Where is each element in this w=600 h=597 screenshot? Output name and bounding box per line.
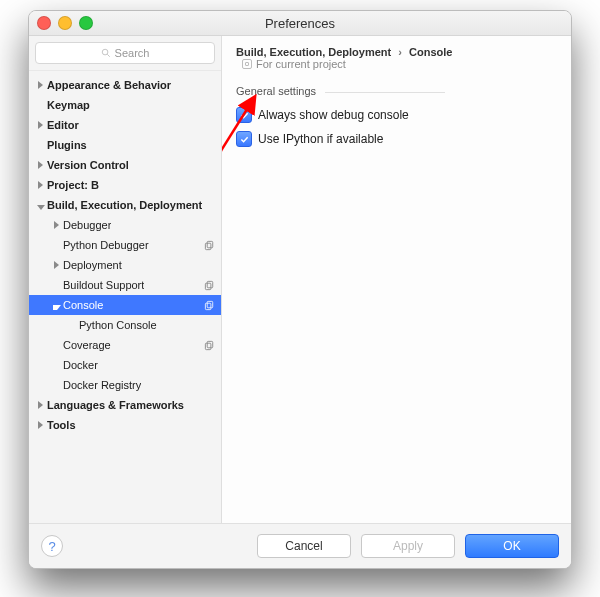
breadcrumb: Build, Execution, Deployment › Console F… [236, 46, 557, 71]
divider [325, 92, 445, 93]
sidebar: Search Appearance & BehaviorKeymapEditor… [29, 36, 222, 523]
project-scope-label: For current project [256, 58, 346, 70]
settings-tree[interactable]: Appearance & BehaviorKeymapEditorPlugins… [29, 71, 221, 523]
sidebar-item-label: Python Debugger [63, 239, 149, 251]
sidebar-item-label: Tools [47, 419, 76, 431]
svg-point-0 [102, 49, 108, 55]
sidebar-item-label: Buildout Support [63, 279, 144, 291]
sidebar-item-dk[interactable]: Docker [29, 355, 221, 375]
sidebar-item-bed[interactable]: Build, Execution, Deployment [29, 195, 221, 215]
window-minimize-button[interactable] [58, 16, 72, 30]
sidebar-item-label: Coverage [63, 339, 111, 351]
sidebar-item-cov[interactable]: Coverage [29, 335, 221, 355]
sidebar-item-ed[interactable]: Editor [29, 115, 221, 135]
chevron-right-icon[interactable] [38, 81, 43, 89]
breadcrumb-parent: Build, Execution, Deployment [236, 46, 391, 58]
sidebar-item-label: Editor [47, 119, 79, 131]
window-title: Preferences [29, 16, 571, 31]
sidebar-item-pyc[interactable]: Python Console [29, 315, 221, 335]
sidebar-item-tl[interactable]: Tools [29, 415, 221, 435]
cancel-button[interactable]: Cancel [257, 534, 351, 558]
copy-settings-icon[interactable] [204, 280, 215, 291]
apply-button[interactable]: Apply [361, 534, 455, 558]
checkbox-row-ipython: Use IPython if available [236, 131, 557, 147]
search-placeholder: Search [115, 47, 150, 59]
svg-rect-9 [205, 343, 211, 349]
section-title: General settings [236, 85, 557, 97]
copy-settings-icon[interactable] [204, 300, 215, 311]
svg-rect-3 [205, 243, 211, 249]
svg-rect-6 [207, 301, 213, 307]
chevron-right-icon[interactable] [54, 261, 59, 269]
preferences-window: Preferences Search Appearance & Behavior… [28, 10, 572, 569]
copy-settings-icon[interactable] [204, 340, 215, 351]
sidebar-item-dep[interactable]: Deployment [29, 255, 221, 275]
sidebar-item-con[interactable]: Console [29, 295, 221, 315]
sidebar-item-label: Build, Execution, Deployment [47, 199, 202, 211]
sidebar-item-app[interactable]: Appearance & Behavior [29, 75, 221, 95]
sidebar-item-label: Languages & Frameworks [47, 399, 184, 411]
sidebar-item-label: Console [63, 299, 103, 311]
svg-line-1 [107, 54, 110, 57]
checkbox-ipython[interactable] [236, 131, 252, 147]
sidebar-item-lf[interactable]: Languages & Frameworks [29, 395, 221, 415]
sidebar-item-pyd[interactable]: Python Debugger [29, 235, 221, 255]
svg-rect-5 [205, 283, 211, 289]
sidebar-item-bos[interactable]: Buildout Support [29, 275, 221, 295]
breadcrumb-current: Console [409, 46, 452, 58]
sidebar-item-label: Keymap [47, 99, 90, 111]
footer: ? Cancel Apply OK [29, 523, 571, 568]
sidebar-item-label: Docker Registry [63, 379, 141, 391]
project-scope-icon [242, 59, 252, 69]
chevron-right-icon[interactable] [54, 221, 59, 229]
svg-rect-4 [207, 281, 213, 287]
search-input[interactable]: Search [35, 42, 215, 64]
chevron-right-icon: › [398, 46, 402, 58]
window-zoom-button[interactable] [79, 16, 93, 30]
sidebar-item-label: Appearance & Behavior [47, 79, 171, 91]
titlebar: Preferences [29, 11, 571, 36]
chevron-right-icon[interactable] [38, 161, 43, 169]
svg-rect-2 [207, 241, 213, 247]
check-icon [240, 111, 249, 120]
project-scope-tag: For current project [242, 58, 346, 70]
checkbox-debug_console[interactable] [236, 107, 252, 123]
checkbox-label: Use IPython if available [258, 132, 383, 146]
chevron-right-icon[interactable] [38, 121, 43, 129]
check-icon [240, 135, 249, 144]
search-icon [101, 48, 111, 58]
sidebar-item-label: Debugger [63, 219, 111, 231]
sidebar-item-label: Python Console [79, 319, 157, 331]
sidebar-item-vc[interactable]: Version Control [29, 155, 221, 175]
sidebar-item-km[interactable]: Keymap [29, 95, 221, 115]
svg-rect-8 [207, 341, 213, 347]
sidebar-item-pj[interactable]: Project: B [29, 175, 221, 195]
sidebar-item-label: Docker [63, 359, 98, 371]
copy-settings-icon[interactable] [204, 240, 215, 251]
sidebar-item-dbg[interactable]: Debugger [29, 215, 221, 235]
chevron-down-icon[interactable] [53, 305, 61, 310]
ok-button[interactable]: OK [465, 534, 559, 558]
sidebar-item-label: Project: B [47, 179, 99, 191]
chevron-right-icon[interactable] [38, 401, 43, 409]
sidebar-item-pl[interactable]: Plugins [29, 135, 221, 155]
sidebar-item-label: Version Control [47, 159, 129, 171]
sidebar-item-label: Deployment [63, 259, 122, 271]
checkbox-label: Always show debug console [258, 108, 409, 122]
chevron-down-icon[interactable] [37, 205, 45, 210]
window-close-button[interactable] [37, 16, 51, 30]
svg-rect-7 [205, 303, 211, 309]
content-pane: Build, Execution, Deployment › Console F… [222, 36, 571, 523]
checkbox-row-debug_console: Always show debug console [236, 107, 557, 123]
chevron-right-icon[interactable] [38, 181, 43, 189]
sidebar-item-label: Plugins [47, 139, 87, 151]
help-button[interactable]: ? [41, 535, 63, 557]
chevron-right-icon[interactable] [38, 421, 43, 429]
sidebar-item-dkr[interactable]: Docker Registry [29, 375, 221, 395]
